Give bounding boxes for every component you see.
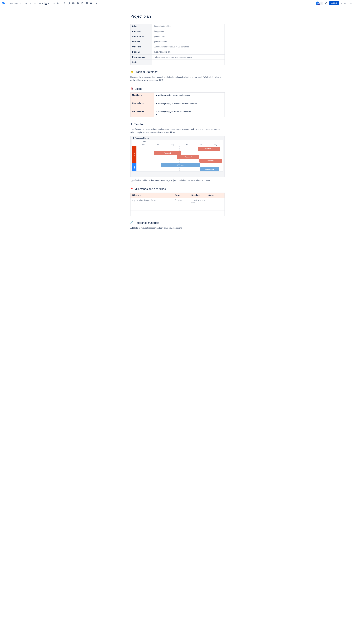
more-formatting-button[interactable] xyxy=(33,1,37,6)
info-table[interactable]: Driver@mention the driverApprover@ appro… xyxy=(130,24,225,65)
table-row[interactable]: e.g., Finalize designs for v1@ ownerType… xyxy=(130,198,225,205)
list-item[interactable]: Add anything you don't want to include xyxy=(158,110,223,113)
timeline-heading[interactable]: 🗓 Timeline xyxy=(130,123,225,126)
table-row[interactable]: Nice to have:Add anything you want but d… xyxy=(130,100,225,109)
text-style-select[interactable]: Heading 2 xyxy=(8,2,22,5)
row-key[interactable]: Objective xyxy=(130,44,152,50)
cell[interactable] xyxy=(190,205,207,210)
row-key[interactable]: Contributors xyxy=(130,34,152,39)
roadmap-bar[interactable]: Feature 4 xyxy=(199,159,222,162)
milestones-table[interactable]: MilestoneOwnerDeadlineStatuse.g., Finali… xyxy=(130,192,225,216)
milestones-heading[interactable]: 🚩 Milestones and deadlines xyxy=(130,188,225,190)
list-item[interactable] xyxy=(158,113,223,115)
layouts-button[interactable] xyxy=(89,1,93,6)
row-key[interactable]: Due date xyxy=(130,50,152,54)
roadmap-bar[interactable]: Feature 1 xyxy=(154,151,181,155)
row-key[interactable]: Driver xyxy=(130,24,152,29)
cell[interactable] xyxy=(130,210,173,216)
user-avatar[interactable]: CK C xyxy=(316,2,320,5)
column-header[interactable]: Milestone xyxy=(130,192,173,198)
column-header[interactable]: Owner xyxy=(173,192,190,198)
table-row[interactable]: Must have:Add your project's core requir… xyxy=(130,92,225,100)
problem-heading[interactable]: 🤔 Problem Statement xyxy=(130,70,225,74)
table-row[interactable]: Informed@ stakeholders xyxy=(130,39,225,44)
list-item[interactable] xyxy=(158,97,223,99)
row-key[interactable]: Informed xyxy=(130,39,152,44)
table-row[interactable]: Contributors@ contributors xyxy=(130,34,225,39)
column-header[interactable]: Deadline xyxy=(190,192,207,198)
invite-button[interactable]: + xyxy=(320,2,323,5)
italic-button[interactable]: I xyxy=(28,1,33,6)
column-header[interactable]: Status xyxy=(207,192,225,198)
row-value[interactable]: @mention the driver xyxy=(152,24,225,29)
refs-body[interactable]: Add links to relevant research and any o… xyxy=(130,226,225,230)
row-value[interactable]: List expected outcomes and success metri… xyxy=(152,54,225,60)
publish-button[interactable]: Publish xyxy=(329,2,339,5)
cell[interactable] xyxy=(190,210,207,216)
table-row[interactable]: ObjectiveSummarize the objective in 1-2 … xyxy=(130,44,225,50)
bold-button[interactable]: B xyxy=(24,1,28,6)
table-row[interactable]: Status xyxy=(130,60,225,65)
image-button[interactable] xyxy=(71,1,76,6)
table-row[interactable] xyxy=(130,210,225,216)
timeline-intro[interactable]: Type /planner to create a visual roadmap… xyxy=(130,128,225,134)
timeline-footer[interactable]: Type /trello to add a card or board to t… xyxy=(130,179,225,182)
close-button[interactable]: Close xyxy=(340,2,348,5)
row-value[interactable]: Type // to add a date xyxy=(152,50,225,54)
more-actions-button[interactable] xyxy=(348,1,353,6)
row-value[interactable] xyxy=(152,60,225,65)
table-row[interactable]: Due dateType // to add a date xyxy=(130,50,225,54)
mention-button[interactable] xyxy=(76,1,80,6)
row-value[interactable]: Add anything you want but don't strictly… xyxy=(154,100,225,109)
roadmap-planner[interactable]: Roadmap Planner 2021 MarAprMayJunJulAug … xyxy=(130,136,225,177)
link-button[interactable] xyxy=(67,1,71,6)
refs-heading[interactable]: 🔗 Reference materials xyxy=(130,221,225,224)
row-key[interactable]: Approver xyxy=(130,29,152,34)
cell[interactable] xyxy=(173,205,190,210)
row-key[interactable]: Nice to have: xyxy=(130,100,154,109)
row-key[interactable]: Status xyxy=(130,60,152,65)
table-row[interactable]: Not in scope:Add anything you don't want… xyxy=(130,109,225,117)
restrictions-button[interactable] xyxy=(324,1,328,6)
row-key[interactable]: Key outcomes xyxy=(130,54,152,60)
roadmap-bar[interactable]: Feature 3 xyxy=(198,147,220,151)
cell[interactable] xyxy=(207,210,225,216)
editor-content[interactable]: Project plan Driver@mention the driverAp… xyxy=(125,7,230,242)
problem-body[interactable]: Describe the problem and its impact. Inc… xyxy=(130,76,225,82)
table-row[interactable]: Driver@mention the driver xyxy=(130,24,225,29)
cell[interactable] xyxy=(173,210,190,216)
list-item[interactable] xyxy=(158,105,223,107)
row-value[interactable]: @ approver xyxy=(152,29,225,34)
row-value[interactable]: Summarize the objective in 1-2 sentence xyxy=(152,44,225,50)
roadmap-bar[interactable]: Android app xyxy=(200,167,219,171)
text-color-button[interactable]: A xyxy=(45,1,50,6)
table-row[interactable] xyxy=(130,205,225,210)
cell[interactable] xyxy=(207,198,225,205)
roadmap-bar[interactable]: Feature 2 xyxy=(177,156,199,159)
page-title[interactable]: Project plan xyxy=(130,14,225,18)
cell[interactable]: e.g., Finalize designs for v1 xyxy=(130,198,173,205)
list-item[interactable]: Add your project's core requirements xyxy=(158,94,223,96)
row-value[interactable]: @ stakeholders xyxy=(152,39,225,44)
row-key[interactable]: Must have: xyxy=(130,92,154,100)
cell[interactable]: @ owner xyxy=(173,198,190,205)
scope-table[interactable]: Must have:Add your project's core requir… xyxy=(130,92,225,117)
insert-button[interactable]: + xyxy=(93,1,98,6)
action-item-button[interactable] xyxy=(62,1,67,6)
align-button[interactable] xyxy=(39,1,43,6)
cell[interactable]: Type // to add a date xyxy=(190,198,207,205)
row-value[interactable]: @ contributors xyxy=(152,34,225,39)
table-row[interactable]: Key outcomesList expected outcomes and s… xyxy=(130,54,225,60)
row-value[interactable]: Add your project's core requirements xyxy=(154,92,225,100)
list-item[interactable]: Add anything you want but don't strictly… xyxy=(158,102,223,104)
row-key[interactable]: Not in scope: xyxy=(130,109,154,117)
cell[interactable] xyxy=(130,205,173,210)
table-row[interactable]: Approver@ approver xyxy=(130,29,225,34)
numbered-list-button[interactable]: 123 xyxy=(56,1,60,6)
roadmap-bar[interactable]: iOS app xyxy=(161,164,200,167)
table-button[interactable] xyxy=(84,1,89,6)
row-value[interactable]: Add anything you don't want to include xyxy=(154,109,225,117)
scope-heading[interactable]: 🎯 Scope xyxy=(130,87,225,90)
cell[interactable] xyxy=(207,205,225,210)
emoji-button[interactable] xyxy=(80,1,84,6)
